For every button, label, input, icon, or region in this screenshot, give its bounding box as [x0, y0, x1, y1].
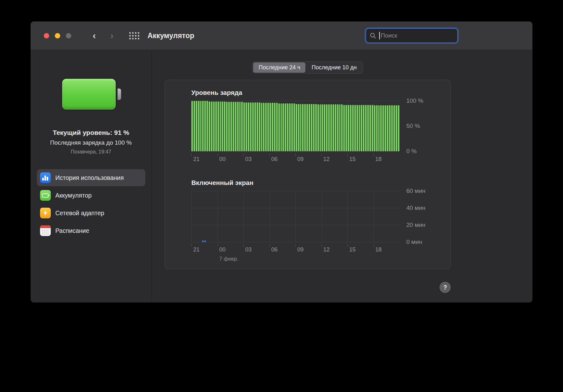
bar	[206, 101, 208, 151]
bar	[359, 105, 360, 151]
bar	[213, 101, 215, 151]
bar	[252, 102, 254, 151]
bar	[226, 102, 228, 151]
bar	[202, 101, 204, 151]
show-all-grid-icon[interactable]	[129, 32, 139, 39]
bar	[322, 104, 323, 151]
help-button[interactable]: ?	[439, 282, 451, 293]
y-axis-label: 60 мин	[406, 187, 426, 194]
bar	[267, 103, 269, 151]
bar	[228, 102, 230, 151]
bar	[211, 101, 212, 151]
battery-level-x-labels: 2100030609121518	[191, 153, 399, 172]
bar	[335, 104, 336, 151]
text-cursor	[379, 32, 380, 39]
window-body: Текущий уровень: 91 % Последняя зарядка …	[31, 50, 532, 303]
last-charge-text: Последняя зарядка до 100 %	[50, 139, 132, 146]
bar	[287, 103, 288, 151]
bar	[270, 103, 271, 151]
sidebar-item-usage-history[interactable]: История использования	[37, 169, 145, 186]
screen-on-x-labels: 7 февр. 2100030609121518	[191, 244, 399, 263]
bar	[324, 104, 325, 151]
y-axis-label: 0 %	[406, 148, 417, 155]
battery-level-chart-title: Уровень заряда	[191, 89, 242, 96]
bar	[191, 101, 193, 151]
bar	[348, 105, 349, 151]
window-title: Аккумулятор	[148, 32, 194, 40]
sidebar-item-label: Расписание	[55, 227, 90, 234]
bar	[254, 102, 256, 151]
bar	[248, 102, 249, 151]
bar	[326, 104, 328, 151]
bar	[274, 103, 276, 151]
sidebar-item-battery[interactable]: Аккумулятор	[37, 187, 145, 204]
bar	[393, 105, 395, 151]
bar	[345, 105, 347, 151]
x-axis-label: 21	[193, 246, 200, 253]
minimize-button[interactable]	[55, 33, 60, 38]
x-axis-label: 15	[349, 156, 356, 163]
x-axis-tick	[191, 244, 192, 247]
bar	[361, 105, 362, 151]
horizontal-gridline	[191, 242, 399, 242]
bar	[354, 105, 356, 151]
bar	[250, 102, 252, 151]
x-axis-tick	[191, 153, 192, 156]
search-icon	[370, 32, 376, 39]
bar	[239, 102, 241, 151]
bars-layer	[191, 101, 399, 151]
bar	[369, 105, 371, 151]
schedule-icon	[40, 225, 51, 236]
battery-level-y-labels: 100 %50 %0 %	[406, 101, 441, 151]
x-axis-tick	[270, 153, 270, 156]
tab-last-10d[interactable]: Последние 10 дн	[306, 62, 362, 73]
close-button[interactable]	[44, 33, 49, 38]
bar	[380, 105, 382, 151]
x-axis-label: 00	[219, 156, 226, 163]
bar	[398, 105, 399, 151]
bar	[272, 103, 273, 151]
forward-button[interactable]: ›	[110, 31, 113, 40]
y-axis-label: 100 %	[406, 97, 423, 104]
x-axis-label: 21	[193, 156, 200, 163]
bar	[350, 105, 351, 151]
sidebar-item-schedule[interactable]: Расписание	[37, 222, 145, 239]
bar	[276, 103, 278, 151]
bar	[306, 104, 308, 151]
sidebar-item-power-adapter[interactable]: Сетевой адаптер	[37, 205, 145, 222]
search-input[interactable]: Поиск	[366, 28, 458, 43]
sidebar-nav: История использования Аккумулятор Сетево…	[37, 169, 145, 239]
bar	[285, 103, 286, 151]
x-axis-tick	[347, 244, 348, 247]
back-button[interactable]: ‹	[93, 31, 96, 40]
traffic-lights	[44, 33, 71, 38]
bar	[224, 101, 225, 151]
bar	[293, 103, 295, 151]
tab-last-24h[interactable]: Последние 24 ч	[253, 62, 305, 73]
x-axis-tick	[270, 244, 270, 247]
bar	[317, 104, 319, 151]
bar	[257, 102, 258, 151]
bar	[263, 103, 264, 151]
x-axis-tick	[374, 153, 374, 156]
usage-history-icon	[40, 172, 51, 183]
x-axis-label: 18	[375, 156, 382, 163]
content-pane: Последние 24 ч Последние 10 дн Уровень з…	[152, 50, 532, 303]
bar	[235, 102, 236, 151]
sidebar-item-label: Аккумулятор	[55, 192, 92, 199]
bar	[198, 101, 200, 151]
sidebar-item-label: Сетевой адаптер	[55, 210, 104, 217]
bar	[218, 101, 219, 151]
bar	[261, 103, 263, 151]
bar	[259, 102, 260, 151]
time-range-segmented-control: Последние 24 ч Последние 10 дн	[252, 61, 363, 74]
bar	[357, 105, 358, 151]
bar	[396, 105, 397, 151]
battery-level-plot	[191, 101, 399, 152]
bar	[304, 104, 306, 151]
zoom-button[interactable]	[66, 33, 71, 38]
bar	[365, 105, 367, 151]
bar	[389, 105, 391, 151]
x-axis-tick	[218, 244, 218, 247]
x-axis-label: 06	[271, 246, 278, 253]
